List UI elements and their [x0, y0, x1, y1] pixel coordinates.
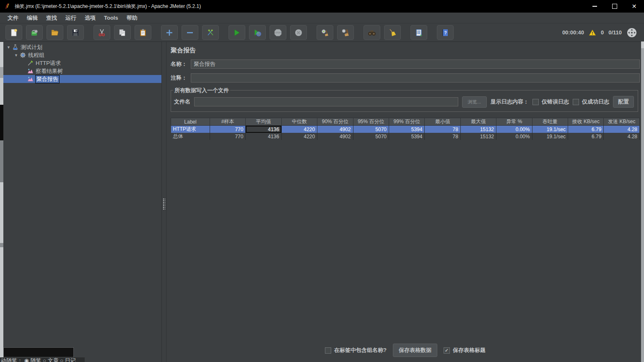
column-header-2[interactable]: 平均值 — [246, 118, 281, 126]
background-window-sliver — [0, 42, 3, 362]
clear-all-icon — [341, 28, 350, 37]
save-button[interactable] — [67, 25, 84, 40]
function-helper-button[interactable] — [410, 25, 427, 40]
include-group-name-checkbox[interactable] — [325, 347, 331, 354]
search-reset-icon — [388, 28, 397, 37]
table-cell: 6.79 — [568, 126, 604, 133]
remove-button[interactable] — [182, 25, 198, 40]
search-button[interactable] — [364, 25, 380, 40]
warning-icon[interactable] — [589, 29, 596, 36]
column-header-9[interactable]: 异常 % — [496, 118, 532, 126]
include-group-name-label: 在标签中包含组名称? — [334, 346, 387, 354]
browse-button[interactable]: 浏览... — [462, 96, 487, 108]
column-header-11[interactable]: 接收 KB/sec — [568, 118, 604, 126]
errors-only-label: 仅错误日志 — [542, 98, 569, 106]
expand-arrow-icon[interactable]: ▼ — [5, 45, 12, 49]
table-cell: 19.1/sec — [532, 133, 568, 140]
stop-button[interactable]: STOP — [270, 25, 286, 40]
table-cell: 19.1/sec — [532, 126, 568, 133]
name-input[interactable] — [191, 59, 640, 69]
main-area: ▼测试计划▼线程组HTTP请求察看结果树聚合报告 聚合报告 名称： 注释： 所有… — [0, 42, 644, 362]
templates-button[interactable] — [26, 25, 43, 40]
clear-all-button[interactable] — [337, 25, 354, 40]
menu-bar: 文件编辑查找运行选项Tools帮助 — [0, 13, 644, 23]
shutdown-button[interactable] — [290, 25, 307, 40]
elapsed-time: 00:00:40 — [562, 29, 584, 36]
add-button[interactable] — [161, 25, 178, 40]
clear-button[interactable] — [317, 25, 333, 40]
column-header-3[interactable]: 中位数 — [281, 118, 317, 126]
search-reset-button[interactable] — [384, 25, 401, 40]
toggle-button[interactable] — [202, 25, 219, 40]
table-cell: 5394 — [389, 133, 425, 140]
minimize-button[interactable] — [585, 0, 605, 13]
column-header-4[interactable]: 90% 百分位 — [317, 118, 353, 126]
cut-button[interactable] — [93, 25, 110, 40]
close-button[interactable]: ✕ — [624, 0, 644, 13]
menu-item-文件[interactable]: 文件 — [3, 14, 23, 22]
menu-item-选项[interactable]: 选项 — [80, 14, 100, 22]
new-file-button[interactable] — [5, 25, 22, 40]
configure-button[interactable]: 配置 — [613, 96, 634, 108]
table-cell: 4.28 — [604, 133, 640, 140]
column-header-7[interactable]: 最小值 — [425, 118, 460, 126]
table-row-HTTP请求[interactable]: HTTP请求7704136422049025070539478151320.00… — [171, 126, 640, 133]
open-file-icon — [51, 28, 59, 37]
tree-item-线程组[interactable]: ▼线程组 — [3, 51, 161, 59]
menu-item-查找[interactable]: 查找 — [42, 14, 61, 22]
expand-arrow-icon[interactable]: ▼ — [13, 53, 19, 57]
tree-item-HTTP请求[interactable]: HTTP请求 — [3, 59, 161, 67]
copy-button[interactable] — [114, 25, 131, 40]
group-title: 所有数据写入一个文件 — [173, 87, 230, 94]
menu-item-Tools[interactable]: Tools — [100, 15, 122, 21]
open-file-button[interactable] — [47, 25, 63, 40]
page-title: 聚合报告 — [171, 47, 640, 54]
errors-only-checkbox[interactable] — [532, 99, 539, 105]
column-header-6[interactable]: 99% 百分位 — [389, 118, 425, 126]
comments-label: 注释： — [171, 74, 191, 82]
paste-button[interactable] — [135, 25, 151, 40]
stop-icon: STOP — [274, 28, 282, 37]
table-cell: 15132 — [460, 126, 496, 133]
shutdown-icon — [294, 28, 303, 37]
menu-item-帮助[interactable]: 帮助 — [122, 14, 142, 22]
column-header-5[interactable]: 95% 百分位 — [353, 118, 389, 126]
tree-item-聚合报告[interactable]: 聚合报告 — [3, 75, 161, 83]
filename-input[interactable] — [194, 97, 458, 106]
column-header-12[interactable]: 发送 KB/sec — [604, 118, 640, 126]
error-count: 0 — [601, 29, 604, 36]
maximize-button[interactable] — [605, 0, 624, 13]
start-button[interactable] — [229, 25, 245, 40]
start-no-timers-button[interactable] — [249, 25, 266, 40]
save-table-data-button[interactable]: 保存表格数据 — [393, 344, 437, 357]
comments-input[interactable] — [191, 73, 640, 83]
table-header-row: Label#样本平均值中位数90% 百分位95% 百分位99% 百分位最小值最大… — [171, 118, 640, 126]
splitter-handle-icon[interactable] — [163, 198, 165, 210]
jmeter-logo-icon — [4, 3, 11, 10]
table-cell: 4902 — [317, 133, 353, 140]
table-row-总体[interactable]: 总体7704136422049025070539478151320.00%19.… — [171, 133, 640, 140]
menu-item-运行[interactable]: 运行 — [61, 14, 80, 22]
background-window-text: 动随笔： ◉ 随笔 ○ 文章 ○ 日记 — [0, 357, 85, 362]
table-cell: 4.28 — [604, 126, 640, 133]
aggregate-table: Label#样本平均值中位数90% 百分位95% 百分位99% 百分位最小值最大… — [171, 118, 640, 140]
column-header-0[interactable]: Label — [171, 118, 210, 126]
help-icon: ? — [441, 28, 449, 37]
tree-item-测试计划[interactable]: ▼测试计划 — [3, 43, 161, 51]
background-window-box — [3, 347, 74, 357]
success-only-checkbox[interactable] — [573, 99, 579, 105]
crosshair-icon[interactable] — [626, 27, 637, 38]
help-button[interactable]: ? — [437, 25, 454, 40]
tree-item-察看结果树[interactable]: 察看结果树 — [3, 67, 161, 75]
start-no-timers-icon — [253, 28, 262, 37]
right-scrollbar-strip[interactable] — [641, 41, 644, 362]
menu-item-编辑[interactable]: 编辑 — [23, 14, 42, 22]
toolbar: STOP? 00:00:40 0 0/110 — [0, 23, 644, 42]
column-header-1[interactable]: #样本 — [210, 118, 246, 126]
save-table-header-checkbox[interactable]: ✓ — [444, 347, 450, 354]
column-header-8[interactable]: 最大值 — [460, 118, 496, 126]
paste-icon — [139, 28, 147, 37]
column-header-10[interactable]: 吞吐量 — [532, 118, 568, 126]
table-cell: 0.00% — [496, 133, 532, 140]
panel-splitter[interactable] — [161, 42, 166, 362]
